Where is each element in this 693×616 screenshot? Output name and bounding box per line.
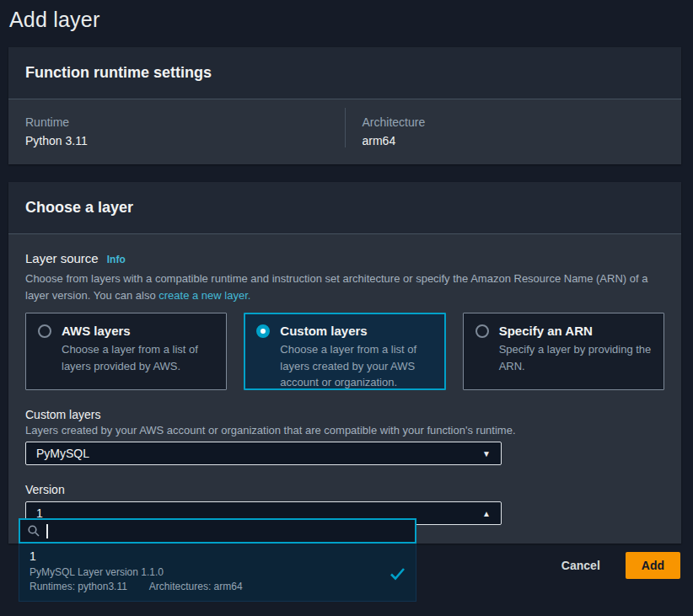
choose-a-layer-body: Layer source Info Choose from layers wit… [8,234,681,544]
version-dropdown: 1 PyMySQL Layer version 1.1.0 Runtimes: … [19,518,416,602]
panel-title: Choose a layer [25,199,664,217]
search-icon [27,524,40,538]
custom-layers-field: Custom layers Layers created by your AWS… [25,408,664,465]
option-label: AWS layers [62,324,131,338]
radio-button-unchecked[interactable] [38,324,51,338]
option-title: 1 [30,549,406,563]
architecture-label: Architecture [363,115,665,129]
choose-a-layer-panel: Choose a layer Layer source Info Choose … [8,182,681,544]
option-header: AWS layers [38,324,214,338]
custom-layers-select[interactable]: PyMySQL ▼ [25,442,502,465]
cancel-button[interactable]: Cancel [560,554,602,577]
layer-source-label: Layer source [25,251,99,265]
option-architectures: Architectures: arm64 [149,581,243,592]
layer-source-label-row: Layer source Info [25,251,664,265]
panel-header: Choose a layer [8,182,681,234]
version-filter-input[interactable] [19,518,416,544]
info-link[interactable]: Info [107,254,126,265]
function-runtime-settings-panel: Function runtime settings Runtime Python… [8,47,681,164]
layer-source-description: Choose from layers with a compatible run… [25,271,658,304]
radio-button-unchecked[interactable] [475,324,489,338]
panel-title: Function runtime settings [25,64,664,82]
layer-source-option-custom-layers[interactable]: Custom layers Choose a layer from a list… [244,313,445,390]
add-button[interactable]: Add [626,552,680,579]
panel-header: Function runtime settings [8,47,681,99]
page-title: Add layer [0,0,693,32]
chevron-down-icon: ▼ [482,449,491,458]
option-description: Choose a layer from a list of layers cre… [280,341,432,391]
runtime-label: Runtime [25,115,328,129]
check-icon [389,565,406,581]
runtime-value: Python 3.11 [25,134,328,147]
layer-source-option-aws-layers[interactable]: AWS layers Choose a layer from a list of… [25,313,227,390]
option-label: Specify an ARN [499,324,593,338]
custom-layers-label: Custom layers [25,408,664,421]
architecture-field: Architecture arm64 [345,108,682,147]
text-cursor [46,524,48,538]
layer-source-options: AWS layers Choose a layer from a list of… [25,313,664,390]
option-meta: Runtimes: python3.11 Architectures: arm6… [30,581,406,592]
radio-button-checked[interactable] [256,324,270,338]
option-runtimes: Runtimes: python3.11 [30,581,127,592]
version-option-1[interactable]: 1 PyMySQL Layer version 1.1.0 Runtimes: … [19,544,416,602]
option-header: Specify an ARN [475,324,652,338]
layer-source-option-specify-arn[interactable]: Specify an ARN Specify a layer by provid… [463,313,664,390]
runtime-field: Runtime Python 3.11 [8,108,345,147]
layer-source-description-text: Choose from layers with a compatible run… [25,272,647,302]
option-label: Custom layers [280,324,367,338]
architecture-value: arm64 [363,134,665,147]
selected-layer-value: PyMySQL [36,447,89,460]
version-label: Version [25,483,664,496]
option-description: Choose a layer from a list of layers pro… [62,341,214,374]
chevron-up-icon: ▲ [482,509,491,518]
option-description: Specify a layer by providing the ARN. [499,341,652,374]
option-header: Custom layers [256,324,432,338]
option-subtitle: PyMySQL Layer version 1.1.0 [30,566,406,578]
footer-actions: Cancel Add [560,552,680,579]
create-new-layer-link[interactable]: create a new layer. [158,289,250,302]
custom-layers-description: Layers created by your AWS account or or… [25,424,664,437]
runtime-settings-body: Runtime Python 3.11 Architecture arm64 [8,99,681,164]
